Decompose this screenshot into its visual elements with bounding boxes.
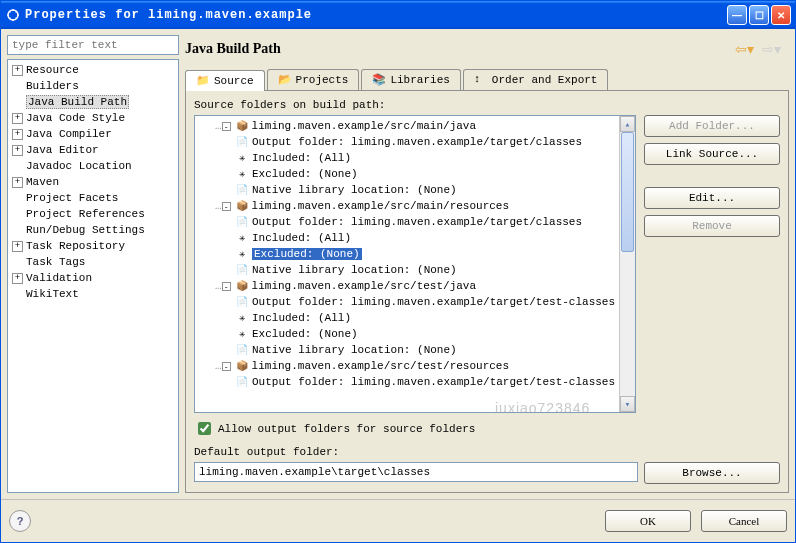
tree-item-label: Maven <box>26 176 59 188</box>
tab-label: Order and Export <box>492 74 598 86</box>
expander-icon[interactable]: - <box>222 122 231 131</box>
node-label: liming.maven.example/src/test/java <box>252 280 476 292</box>
source-tree[interactable]: …-📦liming.maven.example/src/main/java📄Ou… <box>195 116 619 412</box>
scroll-thumb[interactable] <box>621 132 634 252</box>
maximize-button[interactable]: ☐ <box>749 5 769 25</box>
source-node[interactable]: 📄Output folder: liming.maven.example/tar… <box>195 134 619 150</box>
edit-button[interactable]: Edit... <box>644 187 780 209</box>
tree-item[interactable]: WikiText <box>8 286 178 302</box>
source-node[interactable]: ✳Included: (All) <box>195 310 619 326</box>
tree-item[interactable]: +Java Editor <box>8 142 178 158</box>
tree-item[interactable]: Builders <box>8 78 178 94</box>
tree-item-label: Builders <box>26 80 79 92</box>
expander-icon[interactable]: - <box>222 362 231 371</box>
ok-button[interactable]: OK <box>605 510 691 532</box>
source-node[interactable]: …-📦liming.maven.example/src/test/java <box>195 278 619 294</box>
tree-item-label: Java Compiler <box>26 128 112 140</box>
tree-item[interactable]: Java Build Path <box>8 94 178 110</box>
remove-button[interactable]: Remove <box>644 215 780 237</box>
add-folder-button[interactable]: Add Folder... <box>644 115 780 137</box>
cancel-button[interactable]: Cancel <box>701 510 787 532</box>
source-node[interactable]: …-📦liming.maven.example/src/main/java <box>195 118 619 134</box>
tree-item[interactable]: +Maven <box>8 174 178 190</box>
source-node[interactable]: 📄Native library location: (None) <box>195 262 619 278</box>
tab-projects[interactable]: 📂Projects <box>267 69 360 90</box>
node-label: liming.maven.example/src/main/java <box>252 120 476 132</box>
node-icon: 📦 <box>235 120 249 132</box>
node-label: Output folder: liming.maven.example/targ… <box>252 136 582 148</box>
titlebar: Properties for liming.maven.example — ☐ … <box>1 1 795 29</box>
help-button[interactable]: ? <box>9 510 31 532</box>
tree-item-label: Run/Debug Settings <box>26 224 145 236</box>
expander-icon[interactable]: - <box>222 202 231 211</box>
node-icon: 📄 <box>235 376 249 388</box>
left-panel: +ResourceBuildersJava Build Path+Java Co… <box>7 35 179 493</box>
source-node[interactable]: 📄Native library location: (None) <box>195 342 619 358</box>
link-source-button[interactable]: Link Source... <box>644 143 780 165</box>
tree-item[interactable]: Project Facets <box>8 190 178 206</box>
node-label: Excluded: (None) <box>252 168 358 180</box>
source-node[interactable]: ✳Excluded: (None) <box>195 246 619 262</box>
expander-icon[interactable]: + <box>12 145 23 156</box>
tree-item[interactable]: +Task Repository <box>8 238 178 254</box>
source-node[interactable]: 📄Output folder: liming.maven.example/tar… <box>195 374 619 390</box>
node-icon: 📄 <box>235 344 249 356</box>
tab-order-and-export[interactable]: ↕Order and Export <box>463 69 609 90</box>
tree-item-label: Javadoc Location <box>26 160 132 172</box>
expander-icon[interactable]: + <box>12 241 23 252</box>
forward-icon[interactable]: ⇨▾ <box>762 41 781 57</box>
source-node[interactable]: ✳Included: (All) <box>195 230 619 246</box>
node-icon: 📦 <box>235 360 249 372</box>
node-icon: ✳ <box>235 232 249 244</box>
default-output-label: Default output folder: <box>194 446 780 458</box>
source-node[interactable]: ✳Excluded: (None) <box>195 166 619 182</box>
app-icon <box>5 7 21 23</box>
expander-icon[interactable]: + <box>12 177 23 188</box>
tree-item[interactable]: Run/Debug Settings <box>8 222 178 238</box>
tree-item[interactable]: +Java Compiler <box>8 126 178 142</box>
node-icon: ✳ <box>235 168 249 180</box>
node-label: liming.maven.example/src/main/resources <box>252 200 509 212</box>
properties-window: Properties for liming.maven.example — ☐ … <box>0 0 796 543</box>
minimize-button[interactable]: — <box>727 5 747 25</box>
back-icon[interactable]: ⇦▾ <box>735 41 754 57</box>
node-label: Excluded: (None) <box>252 328 358 340</box>
node-icon: ✳ <box>235 312 249 324</box>
default-output-input[interactable] <box>194 462 638 482</box>
source-node[interactable]: ✳Included: (All) <box>195 150 619 166</box>
source-node[interactable]: 📄Output folder: liming.maven.example/tar… <box>195 294 619 310</box>
node-icon: 📄 <box>235 264 249 276</box>
browse-button[interactable]: Browse... <box>644 462 780 484</box>
expander-icon[interactable]: + <box>12 129 23 140</box>
tab-source[interactable]: 📁Source <box>185 70 265 91</box>
tree-item[interactable]: Task Tags <box>8 254 178 270</box>
expander-icon[interactable]: + <box>12 113 23 124</box>
tab-strip: 📁Source📂Projects📚Libraries↕Order and Exp… <box>185 69 789 90</box>
source-tree-container: …-📦liming.maven.example/src/main/java📄Ou… <box>194 115 636 413</box>
tree-item[interactable]: Javadoc Location <box>8 158 178 174</box>
category-tree[interactable]: +ResourceBuildersJava Build Path+Java Co… <box>7 59 179 493</box>
expander-icon[interactable]: - <box>222 282 231 291</box>
node-label: Output folder: liming.maven.example/targ… <box>252 376 615 388</box>
source-node[interactable]: …-📦liming.maven.example/src/test/resourc… <box>195 358 619 374</box>
source-node[interactable]: …-📦liming.maven.example/src/main/resourc… <box>195 198 619 214</box>
tree-item[interactable]: Project References <box>8 206 178 222</box>
source-node[interactable]: 📄Native library location: (None) <box>195 182 619 198</box>
close-button[interactable]: ✕ <box>771 5 791 25</box>
node-icon: ✳ <box>235 152 249 164</box>
scrollbar-vertical[interactable]: ▴ ▾ <box>619 116 635 412</box>
source-node[interactable]: 📄Output folder: liming.maven.example/tar… <box>195 214 619 230</box>
expander-icon[interactable]: + <box>12 65 23 76</box>
allow-output-checkbox[interactable] <box>198 422 211 435</box>
source-node[interactable]: ✳Excluded: (None) <box>195 326 619 342</box>
tree-item[interactable]: +Java Code Style <box>8 110 178 126</box>
tree-item[interactable]: +Resource <box>8 62 178 78</box>
tab-libraries[interactable]: 📚Libraries <box>361 69 460 90</box>
expander-icon[interactable]: + <box>12 273 23 284</box>
tree-item-label: Task Tags <box>26 256 85 268</box>
filter-input[interactable] <box>7 35 179 55</box>
window-title: Properties for liming.maven.example <box>25 8 727 22</box>
scroll-up-icon[interactable]: ▴ <box>620 116 635 132</box>
scroll-down-icon[interactable]: ▾ <box>620 396 635 412</box>
tree-item[interactable]: +Validation <box>8 270 178 286</box>
